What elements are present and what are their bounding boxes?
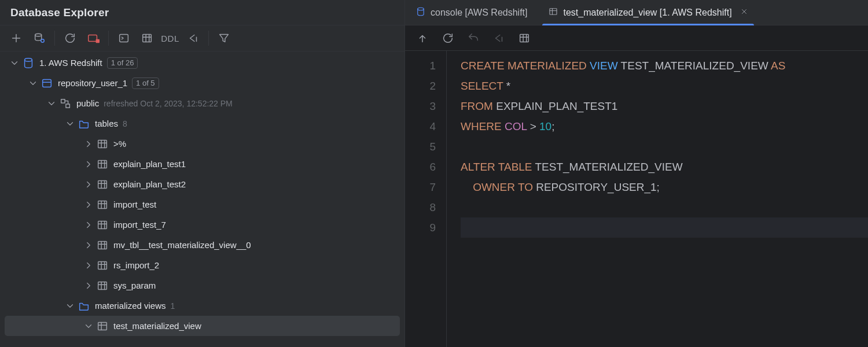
- svg-rect-16: [98, 261, 107, 269]
- table-node[interactable]: explain_plan_test2: [5, 174, 400, 194]
- table-icon[interactable]: [513, 28, 536, 49]
- badge: 1 of 5: [132, 77, 159, 89]
- mv-label: test_materialized_view: [113, 321, 201, 331]
- jump-to-console-icon[interactable]: [112, 28, 135, 49]
- table-label: sys_param: [113, 280, 156, 290]
- svg-rect-3: [96, 39, 100, 43]
- table-label: rs_import_2: [113, 260, 159, 270]
- chevron-right-icon[interactable]: [83, 179, 94, 190]
- svg-rect-2: [89, 35, 97, 42]
- table-node[interactable]: explain_plan_test1: [5, 154, 400, 174]
- table-node[interactable]: mv_tbl__test_materialized_view__0: [5, 235, 400, 255]
- datasource-node[interactable]: 1. AWS Redshift 1 of 26: [5, 53, 400, 73]
- svg-rect-14: [98, 221, 107, 228]
- navigate-icon[interactable]: [487, 28, 510, 49]
- chevron-down-icon[interactable]: [65, 301, 75, 311]
- schema-label: public: [76, 98, 99, 108]
- code-line[interactable]: [461, 197, 868, 217]
- table-label: explain_plan_test2: [113, 179, 186, 189]
- chevron-down-icon[interactable]: [83, 321, 94, 331]
- refresh-icon[interactable]: [58, 28, 82, 49]
- svg-point-19: [418, 8, 424, 10]
- table-icon: [96, 138, 109, 150]
- mv-folder-label: materialized views: [95, 301, 166, 311]
- table-icon: [96, 259, 109, 272]
- table-icon: [96, 178, 109, 191]
- chevron-right-icon[interactable]: [83, 260, 94, 271]
- gutter: 123456789: [405, 51, 447, 347]
- tab-materialized-view[interactable]: test_materialized_view [1. AWS Redshift]: [538, 0, 758, 25]
- code-line[interactable]: SELECT *: [461, 76, 868, 96]
- svg-point-6: [25, 58, 32, 61]
- tab-console[interactable]: console [AWS Redshift]: [405, 0, 538, 25]
- svg-point-1: [41, 39, 45, 43]
- table-node[interactable]: import_test: [5, 194, 400, 215]
- code-editor[interactable]: 123456789 CREATE MATERIALIZED VIEW TEST_…: [405, 51, 868, 347]
- table-icon: [96, 239, 109, 252]
- materialized-views-folder[interactable]: materialized views 1: [5, 296, 400, 316]
- table-node[interactable]: >%: [5, 134, 400, 154]
- table-icon[interactable]: [135, 28, 159, 49]
- explorer-toolbar: DDL: [0, 25, 404, 51]
- chevron-right-icon[interactable]: [83, 240, 94, 250]
- database-node[interactable]: repository_user_1 1 of 5: [5, 73, 400, 93]
- tables-label: tables: [95, 119, 118, 128]
- filter-icon[interactable]: [212, 28, 236, 49]
- svg-rect-7: [43, 79, 52, 87]
- undo-icon[interactable]: [462, 28, 485, 49]
- navigate-icon[interactable]: [182, 28, 205, 49]
- code-line[interactable]: OWNER TO REPOSITORY_USER_1;: [461, 177, 868, 197]
- tree[interactable]: 1. AWS Redshift 1 of 26 repository_user_…: [0, 51, 404, 347]
- database-label: repository_user_1: [58, 78, 127, 88]
- code-line[interactable]: [461, 217, 868, 238]
- chevron-down-icon[interactable]: [28, 78, 38, 88]
- code-line[interactable]: WHERE COL > 10;: [461, 116, 868, 136]
- add-icon[interactable]: [5, 28, 28, 49]
- svg-point-0: [35, 34, 42, 36]
- svg-rect-20: [550, 8, 557, 14]
- code-line[interactable]: FROM EXPLAIN_PLAN_TEST1: [461, 96, 868, 116]
- svg-rect-17: [98, 282, 107, 289]
- chevron-right-icon[interactable]: [83, 139, 94, 149]
- chevron-down-icon[interactable]: [9, 58, 20, 68]
- chevron-right-icon[interactable]: [83, 280, 94, 291]
- refresh-icon[interactable]: [436, 28, 459, 49]
- database-explorer-panel: Database Explorer DDL 1. AWS Redshift 1 …: [0, 0, 405, 347]
- code-line[interactable]: CREATE MATERIALIZED VIEW TEST_MATERIALIZ…: [461, 56, 868, 76]
- chevron-right-icon[interactable]: [83, 220, 94, 230]
- svg-rect-13: [98, 201, 107, 208]
- ddl-button[interactable]: DDL: [159, 28, 182, 49]
- tables-folder[interactable]: tables 8: [5, 113, 400, 134]
- editor-panel: console [AWS Redshift] test_materialized…: [405, 0, 868, 347]
- count: 8: [123, 119, 127, 128]
- materialized-view-node[interactable]: test_materialized_view: [5, 316, 400, 336]
- table-label: >%: [113, 139, 126, 149]
- divider: [208, 31, 209, 46]
- chevron-down-icon[interactable]: [46, 98, 57, 109]
- table-icon: [96, 219, 109, 231]
- upload-icon[interactable]: [411, 28, 434, 49]
- stop-icon[interactable]: [82, 28, 105, 49]
- chevron-right-icon[interactable]: [83, 200, 94, 210]
- close-icon[interactable]: [740, 8, 748, 18]
- schema-icon: [59, 97, 72, 110]
- code-line[interactable]: [461, 136, 868, 157]
- view-icon: [96, 320, 109, 333]
- code-line[interactable]: ALTER TABLE TEST_MATERIALIZED_VIEW: [461, 157, 868, 177]
- table-label: mv_tbl__test_materialized_view__0: [113, 240, 251, 250]
- chevron-down-icon[interactable]: [65, 119, 75, 129]
- tab-label: test_materialized_view [1. AWS Redshift]: [563, 8, 731, 18]
- divider: [108, 31, 109, 46]
- code-area[interactable]: CREATE MATERIALIZED VIEW TEST_MATERIALIZ…: [447, 51, 868, 347]
- table-icon: [96, 158, 109, 171]
- table-node[interactable]: rs_import_2: [5, 255, 400, 275]
- datasource-label: 1. AWS Redshift: [39, 58, 102, 68]
- table-node[interactable]: import_test_7: [5, 215, 400, 235]
- datasource-properties-icon[interactable]: [28, 28, 51, 49]
- schema-node[interactable]: public refreshed Oct 2, 2023, 12:52:22 P…: [5, 93, 400, 113]
- refreshed-label: refreshed Oct 2, 2023, 12:52:22 PM: [104, 99, 233, 108]
- tab-label: console [AWS Redshift]: [431, 8, 527, 18]
- chevron-right-icon[interactable]: [83, 159, 94, 169]
- table-node[interactable]: sys_param: [5, 275, 400, 296]
- svg-rect-11: [98, 160, 107, 168]
